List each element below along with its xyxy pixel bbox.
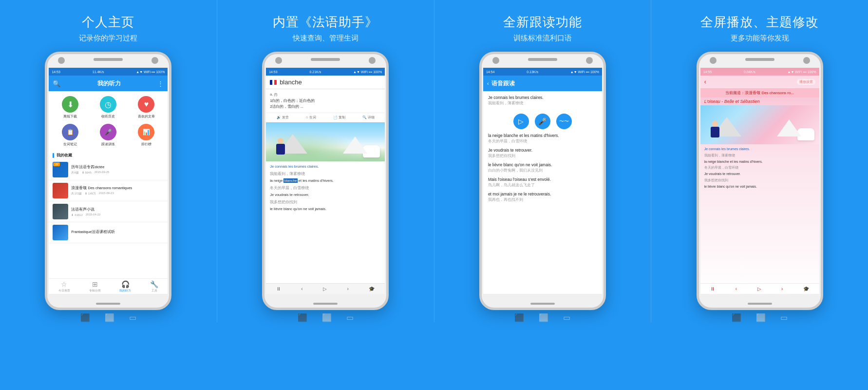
phone1-favorites-header: 我的收藏 [49, 150, 168, 159]
phone4-song-title: L'oiseau - Belle et Sébastien [700, 98, 819, 105]
person-body [276, 144, 285, 155]
phone1-icon-reading[interactable]: 🎤 跟读训练 [96, 124, 120, 147]
p4-pause-icon[interactable]: ⏸ [710, 286, 715, 292]
phone1-icon-ranking[interactable]: 📊 排行榜 [134, 124, 158, 147]
p2-nav-play-icon[interactable]: ▷ [323, 286, 327, 292]
detail-btn[interactable]: 🔍 详细 [362, 115, 375, 120]
phone2-definition: a. (f) 1白的，白色的；近白色的 2洁白的，雪白的 ... [266, 89, 385, 113]
phone3-fr-3: le lièvre blanc qu'on ne voit jamais. [488, 162, 597, 167]
phone1-nav-category[interactable]: ⊞ 专辑分类 [89, 280, 101, 293]
phone3-fr-5: et moi jamais je ne le retrouverais. [488, 192, 597, 196]
person-head [278, 138, 283, 144]
phone1-icon-notes[interactable]: 📋 生词笔记 [58, 124, 82, 147]
section-reading: 全新跟读功能 训练标准流利口语 14:54 0.13K/s ▲▼ WiFi ▪▪… [434, 0, 651, 322]
p4-play-icon[interactable]: ▷ [757, 286, 761, 292]
p3-outer-back: ⬛ [514, 313, 524, 322]
meta-plays-2: ⬇ 41612 [71, 213, 82, 216]
copy-label: 复制 [339, 115, 345, 120]
phone3-screen: 14:54 0.13K/s ▲▼ WiFi ▪▪▪ 100% ‹ 语音跟读 Je… [483, 68, 602, 294]
phone2-lyric-3: le lièvre blanc qu'on ne voit jamais. [270, 207, 381, 212]
phone1-list-item-2[interactable]: 法语有声小说 ⬇ 41612 2015-04-22 [49, 201, 168, 222]
section1-title: 个人主页 [82, 14, 134, 31]
phone3-lyric-3: le lièvre blanc qu'on ne voit jamais. 白白… [488, 162, 597, 173]
dog-figure [363, 145, 380, 157]
p2-nav-forward-icon[interactable]: › [347, 286, 349, 292]
meta-plays-0: ⬇ 5045 [82, 171, 92, 175]
phone3-back-icon[interactable]: ‹ [487, 80, 489, 86]
phone4-lyric-4: Je voudrais te retrouver. [704, 172, 815, 176]
p2-nav-pause-icon[interactable]: ⏸ [276, 286, 281, 292]
phone3-wave-btn[interactable]: 〜〜 [556, 114, 572, 129]
phone1-bottom-bar [96, 303, 120, 305]
meta-date-2: 2015-04-22 [86, 213, 101, 216]
phone3-camera [586, 57, 593, 64]
word-pos: a. (f) [270, 92, 381, 97]
history-icon: ◷ [100, 96, 116, 113]
phone1-header: 🔍 我的听力 ⋮ [49, 76, 168, 91]
section3-title: 全新跟读功能 [503, 14, 582, 31]
tools-nav-icon: 🔧 [150, 280, 158, 288]
ranking-icon: 📊 [138, 124, 154, 140]
phone1-list-item-1[interactable]: 浪漫香颂 Des chansons romantiques 共172篇 ⬇ 14… [49, 180, 168, 201]
phone4-lyric-2: la neige blanche et les matins d'hivers. [704, 159, 815, 164]
phone3-lyric-0: Je connais les brumes claires. 我能看到，薄雾缭绕 [488, 95, 597, 106]
phone4-camera [803, 57, 810, 64]
phone3-outer-nav: ⬛ ⬜ ▭ [514, 313, 570, 322]
copy-btn[interactable]: 📄 复制 [333, 115, 345, 120]
phone1-list-item-0[interactable]: VIP 历年法语专四dictée 共8篇 ⬇ 5045 2015-09-25 [49, 159, 168, 180]
phone4-lyric-3: 冬天的早晨，白雪环绕 [704, 165, 815, 170]
p4-forward-icon[interactable]: › [781, 286, 783, 292]
phone3-zh-2: 我多想把你找到 [488, 154, 597, 158]
phone3-fr-1: la neige blanche et les matins d'hivers. [488, 133, 597, 138]
phone1-thumb-2 [53, 204, 68, 219]
nav-tools-label: 工具 [151, 289, 157, 293]
phone1-nav-listening[interactable]: 🎧 我的听力 [119, 280, 131, 293]
person-figure [276, 138, 285, 157]
phone2-lyric-1: la neige blanche et les matins d'hivers. [270, 178, 381, 184]
phone1-speed: 11.4K/s [93, 70, 104, 74]
pronounce-btn[interactable]: 🔊 发音 [277, 115, 289, 120]
phone1-nav-tools[interactable]: 🔧 工具 [150, 280, 158, 293]
phone3-content: Je connais les brumes claires. 我能看到，薄雾缭绕… [483, 91, 602, 294]
word-def-2: 2洁白的，雪白的 ... [270, 104, 381, 110]
p4-cap-icon[interactable]: 🎓 [803, 286, 809, 292]
phone1-battery: 100% [156, 70, 165, 74]
section3-subtitle: 训练标准流利口语 [513, 34, 572, 43]
section-dictionary: 内置《法语助手》 快速查询、管理生词 14:53 0.21K/s ▲▼ WiFi… [217, 0, 434, 322]
phone1-nav-recommend[interactable]: ☆ 今日推荐 [58, 280, 70, 293]
phone2-time: 14:53 [269, 70, 278, 74]
phone3-zh-5: 我再也，再也找不到 [488, 197, 597, 202]
phone1-menu-icon[interactable]: ⋮ [157, 80, 164, 87]
phone1-list-meta-2: ⬇ 41612 2015-04-22 [71, 213, 164, 216]
phone3-lyric-2: Je voudrais te retrouver. 我多想把你找到 [488, 148, 597, 158]
phone1-icon-favorites[interactable]: ♥ 喜欢的文章 [134, 96, 158, 119]
phone3-lyric-5: et moi jamais je ne le retrouverais. 我再也… [488, 192, 597, 202]
phone3-play-btn[interactable]: ▷ [513, 114, 529, 129]
phone1-icon-history[interactable]: ◷ 收听历史 [96, 96, 120, 119]
vocab-label: 生词 [309, 115, 316, 120]
phone3-lyrics-area: Je connais les brumes claires. 我能看到，薄雾缭绕… [483, 91, 602, 210]
p4-back-icon[interactable]: ‹ [736, 286, 737, 292]
phone1-icon-download[interactable]: ⬇ 离线下载 [58, 96, 82, 119]
phone1-time: 14:53 [52, 70, 60, 74]
phone2-lyric-zh-2: 我多想把你找到 [270, 200, 381, 205]
recommend-nav-icon: ☆ [61, 280, 67, 288]
phone1-icons-row1: ⬇ 离线下载 ◷ 收听历史 ♥ 喜欢的文章 [49, 91, 168, 119]
p2-nav-back-icon[interactable]: ‹ [301, 286, 302, 292]
reading-icon: 🎤 [100, 124, 116, 140]
phone3-mic-btn[interactable]: 🎤 [535, 114, 550, 129]
phone4-lyric-6: le lièvre blanc qu'on ne voit jamais. [704, 184, 815, 189]
phone3-frame: 14:54 0.13K/s ▲▼ WiFi ▪▪▪ 100% ‹ 语音跟读 Je… [479, 52, 606, 310]
phone4-back-icon[interactable]: ‹ [704, 78, 706, 85]
mountain-image [266, 122, 385, 161]
phone2-bottom-bar-outer [313, 303, 338, 305]
phone1-thumb-1 [53, 183, 68, 198]
phone4-settings-btn[interactable]: 播放设置 [797, 79, 815, 85]
phone1-screen: 14:53 11.4K/s ▲▼ WiFi ▪▪▪ 100% 🔍 我的听力 ⋮ … [49, 68, 168, 294]
vocab-btn[interactable]: ☆ 生词 [305, 115, 316, 120]
phone4-lyric-0: Je connais les brumes claires. [704, 147, 815, 152]
p2-nav-cap-icon[interactable]: 🎓 [369, 286, 375, 292]
phone2-frame: 14:53 0.21K/s ▲▼ WiFi ▪▪▪ 100% blanche a… [262, 52, 389, 310]
phone1-list-item-3[interactable]: Frantastique法语课程试听 [49, 222, 168, 243]
phone1-search-icon[interactable]: 🔍 [53, 80, 60, 87]
